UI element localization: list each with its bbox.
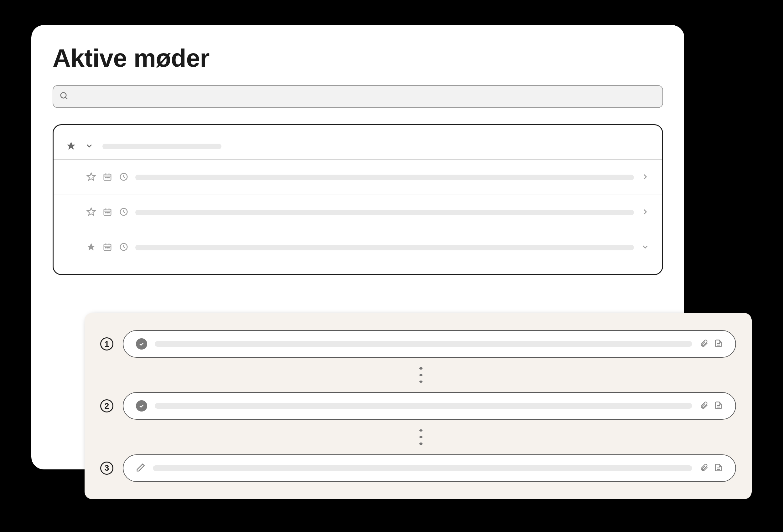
agenda-step: 3 xyxy=(100,455,736,482)
step-number: 3 xyxy=(100,462,114,475)
agenda-panel: 1 2 xyxy=(85,313,752,499)
svg-point-10 xyxy=(109,177,109,178)
svg-line-1 xyxy=(65,97,67,99)
svg-point-27 xyxy=(107,247,108,248)
meeting-title-placeholder xyxy=(135,175,634,180)
svg-point-18 xyxy=(107,212,108,213)
step-connector xyxy=(100,429,736,445)
chevron-down-icon xyxy=(641,242,650,253)
step-number: 1 xyxy=(100,337,114,351)
group-header[interactable] xyxy=(54,141,662,160)
agenda-step: 2 xyxy=(100,392,736,420)
clock-icon xyxy=(119,242,128,253)
star-icon[interactable] xyxy=(87,207,96,218)
svg-point-19 xyxy=(109,212,109,213)
agenda-item[interactable] xyxy=(123,330,736,358)
meetings-list xyxy=(53,124,663,275)
meeting-row[interactable] xyxy=(54,230,662,265)
calendar-icon xyxy=(103,242,112,253)
calendar-icon xyxy=(103,172,112,183)
meeting-row[interactable] xyxy=(54,195,662,230)
svg-marker-2 xyxy=(67,142,75,149)
meeting-title-placeholder xyxy=(135,245,634,251)
agenda-title-placeholder xyxy=(153,465,692,471)
svg-marker-21 xyxy=(87,243,95,251)
document-icon[interactable] xyxy=(714,401,723,411)
star-icon[interactable] xyxy=(87,172,96,183)
agenda-item[interactable] xyxy=(123,392,736,420)
chevron-right-icon xyxy=(641,207,650,218)
svg-point-0 xyxy=(61,92,66,98)
agenda-step: 1 xyxy=(100,330,736,358)
step-connector xyxy=(100,367,736,383)
check-icon xyxy=(136,338,147,350)
chevron-right-icon xyxy=(641,172,650,182)
search-icon xyxy=(60,91,69,102)
page-title: Aktive møder xyxy=(53,44,663,73)
paperclip-icon[interactable] xyxy=(700,463,709,473)
chevron-down-icon xyxy=(85,141,94,152)
group-title-placeholder xyxy=(102,144,221,149)
clock-icon xyxy=(119,172,128,183)
svg-point-8 xyxy=(105,177,106,178)
document-icon[interactable] xyxy=(714,339,723,349)
agenda-item[interactable] xyxy=(123,455,736,482)
meeting-title-placeholder xyxy=(135,210,634,215)
step-number: 2 xyxy=(100,399,114,412)
paperclip-icon[interactable] xyxy=(700,401,709,411)
svg-point-28 xyxy=(109,247,109,248)
search-input[interactable] xyxy=(53,85,663,108)
calendar-icon xyxy=(103,207,112,218)
check-icon xyxy=(136,400,147,411)
agenda-title-placeholder xyxy=(155,403,692,409)
pencil-icon xyxy=(136,463,145,473)
clock-icon xyxy=(119,207,128,218)
star-icon[interactable] xyxy=(87,242,96,253)
svg-point-26 xyxy=(105,247,106,248)
agenda-title-placeholder xyxy=(155,341,692,347)
star-icon xyxy=(66,141,76,152)
document-icon[interactable] xyxy=(714,463,723,473)
svg-point-9 xyxy=(107,177,108,178)
svg-marker-3 xyxy=(87,173,95,180)
paperclip-icon[interactable] xyxy=(700,339,709,349)
svg-point-17 xyxy=(105,212,106,213)
svg-marker-12 xyxy=(87,208,95,215)
meeting-row[interactable] xyxy=(54,160,662,195)
